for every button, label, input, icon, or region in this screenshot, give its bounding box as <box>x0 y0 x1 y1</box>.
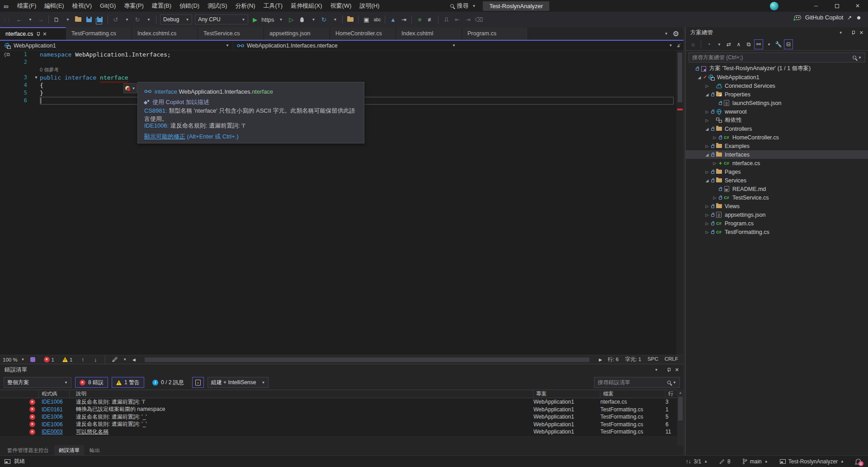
caret-line-indicator[interactable]: 行: 6 <box>608 356 618 363</box>
caret-column-indicator[interactable]: 字元: 1 <box>625 356 642 363</box>
error-code-link[interactable]: IDE1006 <box>39 399 70 405</box>
expander-collapsed-icon[interactable]: ▷ <box>712 135 718 140</box>
prev-issue-button[interactable]: ↑ <box>77 354 88 365</box>
pending-changes-filter-icon[interactable]: ◔ <box>704 39 713 49</box>
indentation-indicator[interactable]: SPC <box>647 356 658 363</box>
feedback-icon[interactable] <box>30 357 35 362</box>
new-item-dropdown[interactable]: ▼ <box>62 14 73 25</box>
tree-item-views[interactable]: ▷Views <box>686 202 868 210</box>
scope-filter-combo[interactable]: 整個方案▼ <box>4 377 71 388</box>
document-tab[interactable]: TestService.cs <box>198 27 264 40</box>
error-row[interactable]: ×IDE0161轉換為已設定檔案範圍的 namespaceWebApplicat… <box>0 406 684 414</box>
menu-item[interactable]: 測試(S) <box>203 0 231 12</box>
collapse-all-icon[interactable]: ∧ <box>734 39 743 49</box>
menu-item[interactable]: 檔案(F) <box>13 0 41 12</box>
column-header[interactable]: 專案 <box>533 390 600 398</box>
tree-item-properties[interactable]: ◢Properties <box>686 90 868 99</box>
tree-item-wwwroot[interactable]: ▷wwwroot <box>686 107 868 116</box>
menu-item[interactable]: 說明(H) <box>355 0 383 12</box>
menu-item[interactable]: 工具(T) <box>259 0 287 12</box>
code-line[interactable]: 2 <box>0 58 676 66</box>
tree-item-launchsettings-json[interactable]: {}launchSettings.json <box>686 99 868 107</box>
error-row[interactable]: ×IDE1006違反命名規則: 遺漏前置詞: 'I'WebApplication… <box>0 398 684 406</box>
document-tab[interactable]: appsettings.json <box>264 27 330 40</box>
tree-item--test-roslynanalyzer-1-1-[interactable]: 方案 'Test-RoslynAnalyzer' (1 / 1 個專案) <box>686 64 868 73</box>
errors-filter-toggle[interactable]: × 8 錯誤 <box>75 377 108 388</box>
user-avatar[interactable] <box>770 2 778 10</box>
repository-status[interactable]: Test-RoslynAnalyzer ▲ <box>780 458 844 465</box>
source-filter-combo[interactable]: 組建 + IntelliSense▼ <box>208 377 269 388</box>
expander-collapsed-icon[interactable]: ▷ <box>704 230 710 234</box>
expander-collapsed-icon[interactable]: ▷ <box>704 221 710 226</box>
tree-item-homecontroller-cs[interactable]: ▷C#HomeController.cs <box>686 133 868 142</box>
expander-collapsed-icon[interactable]: ▷ <box>704 213 710 217</box>
bookmark-next-button[interactable]: ⇥ <box>462 14 473 25</box>
breakpoint-gutter[interactable] <box>0 66 14 74</box>
refresh-icon[interactable]: ⇄ <box>724 39 733 49</box>
run-profile-label[interactable]: https <box>260 14 275 25</box>
document-tab[interactable]: HomeController.cs <box>330 27 396 40</box>
expander-expanded-icon[interactable]: ◢ <box>704 152 710 157</box>
tree-item-readme-md[interactable]: MREADME.md <box>686 185 868 193</box>
expander-collapsed-icon[interactable]: ▷ <box>704 110 710 114</box>
tree-item-pages[interactable]: ▷Pages <box>686 167 868 176</box>
close-icon[interactable]: ✕ <box>859 30 863 36</box>
preview-selected-icon[interactable]: ⊟ <box>784 39 793 49</box>
quick-search-button[interactable]: 搜尋 ▼ <box>447 1 479 11</box>
column-header[interactable]: 程式碼 <box>39 390 70 398</box>
document-list-icon[interactable]: ▼ <box>665 32 668 36</box>
nav-back-button[interactable]: ← <box>14 14 24 25</box>
pin-icon[interactable] <box>668 368 670 372</box>
expander-expanded-icon[interactable]: ◢ <box>704 92 710 97</box>
undo-button[interactable]: ↺ <box>110 14 121 25</box>
editor-vertical-scrollbar[interactable] <box>676 51 684 382</box>
current-document-toggle[interactable]: ● <box>192 377 204 388</box>
format-document-button[interactable]: ⇥ <box>398 14 409 25</box>
editor-horizontal-scrollbar[interactable] <box>145 357 590 362</box>
properties-pages-icon[interactable]: ⧉ <box>744 39 753 49</box>
expander-collapsed-icon[interactable]: ▷ <box>704 118 710 123</box>
scroll-right-button[interactable]: ▶ <box>595 354 606 365</box>
error-row[interactable]: ×IDE1006違反命名規則: 遺漏前置詞: '_'WebApplication… <box>0 421 684 429</box>
expander-collapsed-icon[interactable]: ▷ <box>704 170 710 174</box>
error-list-scrollbar[interactable] <box>677 390 684 446</box>
tree-item-program-cs[interactable]: ▷C#Program.cs <box>686 219 868 228</box>
share-icon[interactable]: ↗ <box>847 14 852 21</box>
error-code-link[interactable]: IDE1006 <box>39 414 70 420</box>
menu-item[interactable]: 建置(B) <box>148 0 175 12</box>
redo-button[interactable]: ↻ <box>132 14 143 25</box>
expander-expanded-icon[interactable]: ◢ <box>704 127 710 131</box>
background-tasks-icon[interactable] <box>5 459 10 464</box>
notifications-button[interactable]: 1 <box>856 459 861 464</box>
document-tab[interactable]: TestFormatting.cs <box>66 27 132 40</box>
scroll-left-button[interactable]: ◀ <box>128 354 139 365</box>
panel-tab[interactable]: 套件管理器主控台 <box>3 445 53 455</box>
save-button[interactable] <box>84 14 94 25</box>
expander-collapsed-icon[interactable]: ▷ <box>704 204 710 209</box>
fold-arrow-icon[interactable]: ▼ <box>33 74 40 81</box>
line-ending-indicator[interactable]: CRLF <box>665 356 678 363</box>
tree-item--[interactable]: ▷相依性 <box>686 116 868 124</box>
feedback-icon[interactable]: ☻ <box>856 14 862 21</box>
tree-item-services[interactable]: ◢Services <box>686 176 868 185</box>
tree-item-interfaces[interactable]: ◢Interfaces <box>686 150 868 159</box>
expander-collapsed-icon[interactable]: ▷ <box>704 84 710 88</box>
restart-dropdown[interactable]: ▼ <box>329 14 340 25</box>
breakpoint-gutter[interactable] <box>0 74 14 81</box>
undo-dropdown[interactable]: ▼ <box>121 14 132 25</box>
document-tab[interactable]: Program.cs <box>462 27 528 40</box>
menu-item[interactable]: Git(G) <box>96 0 120 12</box>
menu-item[interactable]: 分析(N) <box>231 0 259 12</box>
window-position-icon[interactable]: ▼ <box>839 31 843 35</box>
pin-icon[interactable] <box>37 32 39 36</box>
column-header[interactable]: 說明 <box>70 390 533 398</box>
switch-views-icon[interactable]: ⌂ <box>689 39 698 49</box>
breakpoint-gutter[interactable] <box>0 81 14 89</box>
chevron-down-icon[interactable]: ▼ <box>123 357 127 362</box>
document-tab[interactable]: Index.cshtml <box>396 27 462 40</box>
open-file-button[interactable] <box>73 14 84 25</box>
breakpoint-gutter[interactable] <box>0 89 14 97</box>
next-issue-button[interactable]: ↓ <box>90 354 101 365</box>
column-header[interactable] <box>0 390 39 398</box>
codelens-references[interactable]: 0 個參考 <box>40 66 59 74</box>
